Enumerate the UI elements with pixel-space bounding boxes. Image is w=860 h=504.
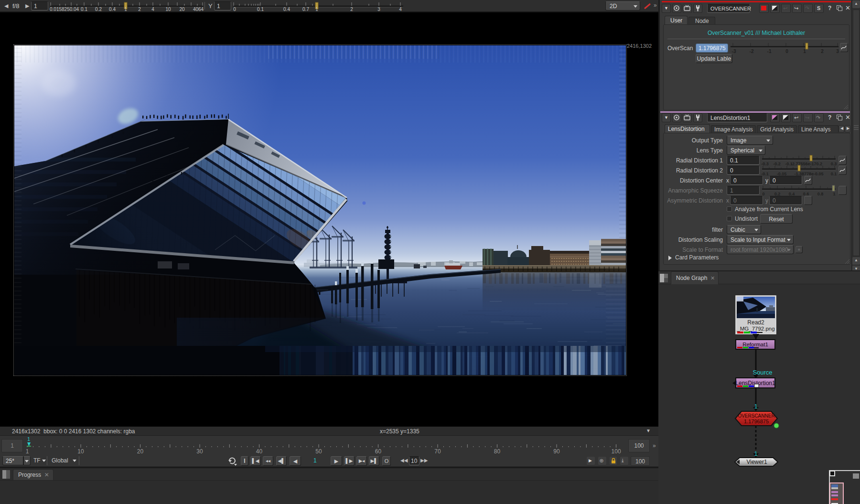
svg-text:3: 3 <box>377 7 380 12</box>
svg-text:1.1796875: 1.1796875 <box>744 418 769 424</box>
svg-text:Source: Source <box>752 369 772 376</box>
svg-text:2: 2 <box>138 7 141 12</box>
svg-text:0.1: 0.1 <box>257 7 264 12</box>
svg-text:1: 1 <box>754 403 757 410</box>
svg-text:0: 0 <box>762 192 764 196</box>
svg-text:4: 4 <box>151 7 154 12</box>
svg-text:4064: 4064 <box>193 7 204 12</box>
svg-text:1: 1 <box>124 7 127 12</box>
svg-text:20: 20 <box>179 7 185 12</box>
svg-text:50: 50 <box>315 448 322 455</box>
svg-text:-3: -3 <box>732 49 736 54</box>
svg-text:90: 90 <box>553 448 560 455</box>
svg-text:0.7: 0.7 <box>302 7 309 12</box>
svg-text:0: 0 <box>785 49 788 54</box>
svg-text:4: 4 <box>399 7 402 12</box>
svg-text:1: 1 <box>26 448 29 455</box>
svg-text:0.0158250.04: 0.0158250.04 <box>50 7 79 12</box>
svg-text:60: 60 <box>375 448 382 455</box>
svg-text:Reformat1: Reformat1 <box>742 342 768 347</box>
svg-text:0.1: 0.1 <box>831 172 837 176</box>
svg-text:70: 70 <box>434 448 441 455</box>
svg-text:0.4: 0.4 <box>109 7 116 12</box>
svg-text:40: 40 <box>256 448 263 455</box>
svg-text:0.2: 0.2 <box>95 7 102 12</box>
svg-text:80: 80 <box>494 448 501 455</box>
svg-text:Read2: Read2 <box>747 319 764 326</box>
svg-text:Viewer1: Viewer1 <box>746 459 767 465</box>
svg-text:_MG_7792.png: _MG_7792.png <box>736 326 774 332</box>
svg-text:2: 2 <box>350 7 353 12</box>
svg-text:1: 1 <box>754 450 757 457</box>
svg-text:20: 20 <box>137 448 144 455</box>
svg-text:10: 10 <box>165 7 171 12</box>
svg-text:100: 100 <box>612 448 621 455</box>
svg-text:10: 10 <box>77 448 84 455</box>
svg-text:-1: -1 <box>767 49 772 54</box>
svg-text:-2: -2 <box>750 49 754 54</box>
svg-text:0.1: 0.1 <box>81 7 87 12</box>
svg-text:3: 3 <box>836 49 839 54</box>
svg-text:1: 1 <box>315 7 318 12</box>
svg-text:0.8: 0.8 <box>817 192 824 196</box>
svg-text:2: 2 <box>821 49 824 54</box>
svg-text:30: 30 <box>196 448 203 455</box>
svg-text:1: 1 <box>27 436 30 442</box>
svg-text:0: 0 <box>233 7 236 12</box>
svg-text:1: 1 <box>803 49 806 54</box>
svg-text:0.4: 0.4 <box>283 7 290 12</box>
svg-text:1: 1 <box>833 192 835 196</box>
svg-text:OVERSCANNER: OVERSCANNER <box>738 413 774 418</box>
